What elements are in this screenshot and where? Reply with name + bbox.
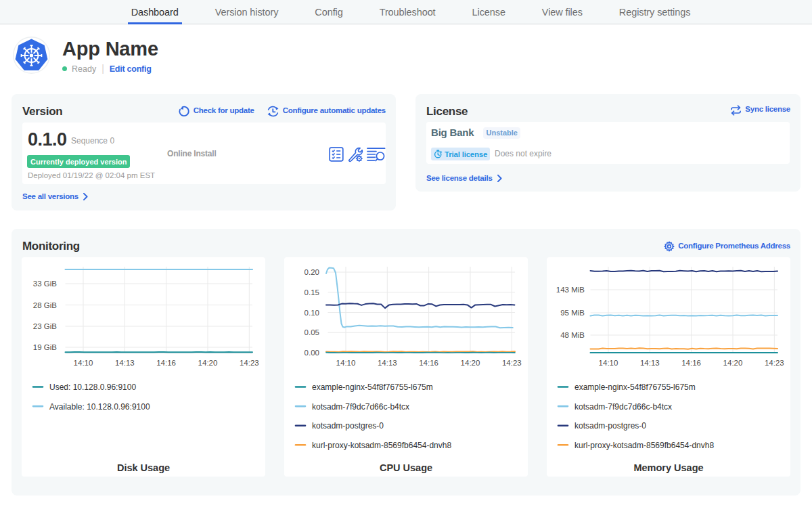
svg-text:14:23: 14:23 [502, 359, 522, 367]
svg-text:28 GiB: 28 GiB [33, 301, 57, 309]
svg-text:0.00: 0.00 [304, 349, 319, 357]
svg-text:14:20: 14:20 [198, 359, 218, 367]
svg-text:33 GiB: 33 GiB [33, 280, 57, 288]
svg-text:14:13: 14:13 [378, 359, 397, 367]
svg-text:14:10: 14:10 [74, 359, 93, 367]
svg-text:14:10: 14:10 [336, 359, 356, 367]
svg-text:0.15: 0.15 [304, 288, 319, 297]
svg-text:Disk Usage: Disk Usage [117, 462, 170, 473]
svg-text:Memory Usage: Memory Usage [633, 462, 703, 473]
svg-text:48 MiB: 48 MiB [560, 331, 585, 339]
svg-text:14:23: 14:23 [240, 359, 259, 367]
svg-text:kurl-proxy-kotsadm-8569fb6454-: kurl-proxy-kotsadm-8569fb6454-dnvh8 [312, 441, 451, 450]
svg-text:14:16: 14:16 [419, 359, 438, 367]
svg-text:kotsadm-7f9dc7d66c-b4tcx: kotsadm-7f9dc7d66c-b4tcx [312, 402, 409, 412]
svg-text:kotsadm-postgres-0: kotsadm-postgres-0 [574, 421, 646, 431]
svg-text:0.20: 0.20 [304, 268, 319, 276]
svg-text:14:23: 14:23 [765, 359, 784, 367]
svg-text:14:16: 14:16 [681, 359, 701, 367]
svg-text:0.05: 0.05 [304, 328, 319, 336]
svg-text:23 GiB: 23 GiB [33, 322, 57, 330]
svg-text:95 MiB: 95 MiB [560, 309, 585, 317]
svg-text:0.10: 0.10 [304, 309, 319, 317]
svg-text:14:20: 14:20 [461, 359, 480, 367]
svg-text:kotsadm-7f9dc7d66c-b4tcx: kotsadm-7f9dc7d66c-b4tcx [574, 402, 672, 412]
svg-text:CPU Usage: CPU Usage [380, 462, 432, 473]
svg-text:19 GiB: 19 GiB [33, 343, 57, 351]
svg-text:example-nginx-54f8f76755-l675m: example-nginx-54f8f76755-l675m [574, 382, 696, 392]
svg-text:example-nginx-54f8f76755-l675m: example-nginx-54f8f76755-l675m [312, 382, 433, 392]
svg-text:14:16: 14:16 [156, 359, 176, 367]
svg-text:Available: 10.128.0.96:9100: Available: 10.128.0.96:9100 [49, 402, 150, 412]
svg-text:14:20: 14:20 [723, 359, 743, 367]
svg-text:143 MiB: 143 MiB [556, 286, 585, 294]
svg-text:Used: 10.128.0.96:9100: Used: 10.128.0.96:9100 [49, 382, 136, 392]
svg-text:kurl-proxy-kotsadm-8569fb6454-: kurl-proxy-kotsadm-8569fb6454-dnvh8 [574, 441, 714, 450]
svg-text:kotsadm-postgres-0: kotsadm-postgres-0 [312, 421, 384, 431]
svg-text:14:13: 14:13 [115, 359, 135, 367]
svg-text:14:10: 14:10 [599, 359, 618, 367]
svg-text:14:13: 14:13 [640, 359, 660, 367]
